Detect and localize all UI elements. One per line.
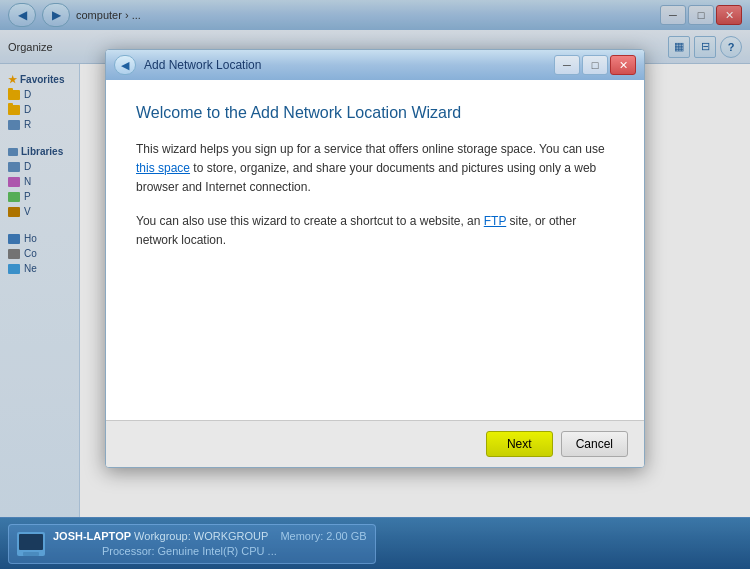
dialog-minimize-button[interactable]: ─ [554, 55, 580, 75]
dialog-p2-text1: You can also use this wizard to create a… [136, 214, 484, 228]
processor-value: Genuine Intel(R) CPU [158, 545, 265, 557]
processor-label: Processor: [102, 545, 155, 557]
dialog-paragraph-1: This wizard helps you sign up for a serv… [136, 140, 614, 198]
dialog-title-text: Add Network Location [144, 58, 261, 72]
memory-label: Memory: [280, 530, 323, 542]
taskbar-info: JOSH-LAPTOP Workgroup: WORKGROUP Memory:… [53, 529, 367, 558]
dialog-maximize-button[interactable]: □ [582, 55, 608, 75]
taskbar-line2: Processor: Genuine Intel(R) CPU ... [53, 544, 367, 558]
dialog-p1-link[interactable]: this space [136, 161, 190, 175]
dialog-titlebar: ◀ Add Network Location ─ □ ✕ [106, 50, 644, 80]
cancel-button[interactable]: Cancel [561, 431, 628, 457]
dialog-heading: Welcome to the Add Network Location Wiza… [136, 104, 614, 122]
dialog-overlay: ◀ Add Network Location ─ □ ✕ Welcome to … [0, 0, 750, 517]
processor-text: Processor: Genuine Intel(R) CPU ... [53, 545, 277, 557]
dialog-title-left: ◀ Add Network Location [114, 55, 261, 75]
dialog-p1-text1: This wizard helps you sign up for a serv… [136, 142, 605, 156]
dialog-paragraph-2: You can also use this wizard to create a… [136, 212, 614, 250]
taskbar-computer-item[interactable]: JOSH-LAPTOP Workgroup: WORKGROUP Memory:… [8, 524, 376, 564]
dialog-back-button[interactable]: ◀ [114, 55, 136, 75]
dialog-win-controls: ─ □ ✕ [554, 55, 636, 75]
next-button[interactable]: Next [486, 431, 553, 457]
dialog-body: Welcome to the Add Network Location Wiza… [106, 80, 644, 420]
workgroup-label: Workgroup: [134, 530, 191, 542]
workgroup-text: Workgroup: WORKGROUP [134, 530, 271, 542]
dialog-close-button[interactable]: ✕ [610, 55, 636, 75]
taskbar-line1: JOSH-LAPTOP Workgroup: WORKGROUP Memory:… [53, 529, 367, 543]
add-network-location-dialog: ◀ Add Network Location ─ □ ✕ Welcome to … [105, 49, 645, 468]
computer-name: JOSH-LAPTOP [53, 530, 131, 542]
workgroup-value: WORKGROUP [194, 530, 268, 542]
dialog-p2-ftp[interactable]: FTP [484, 214, 506, 228]
dialog-footer: Next Cancel [106, 420, 644, 467]
dialog-p1-text2: to store, organize, and share your docum… [136, 161, 596, 194]
memory-value: 2.00 GB [326, 530, 366, 542]
processor-ellipsis: ... [268, 545, 277, 557]
taskbar: JOSH-LAPTOP Workgroup: WORKGROUP Memory:… [0, 517, 750, 569]
taskbar-computer-icon [17, 532, 45, 556]
memory-text: Memory: 2.00 GB [280, 530, 366, 542]
